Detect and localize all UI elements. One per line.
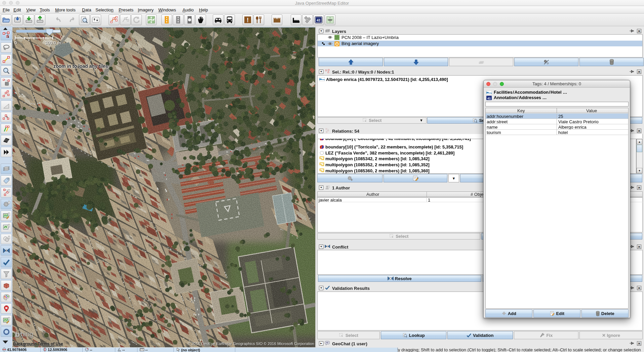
- svg-text:zoom in to load any tiles: zoom in to load any tiles: [53, 63, 108, 69]
- svg-text:0: 0: [14, 40, 17, 45]
- svg-text:Hi!: Hi!: [326, 342, 328, 344]
- svg-text:100.0 m: 100.0 m: [45, 40, 61, 45]
- svg-text:41: 41: [317, 18, 321, 23]
- svg-text:41: 41: [487, 97, 491, 100]
- svg-text:Background Terms of Use: Background Terms of Use: [13, 342, 63, 346]
- svg-text:!: !: [247, 17, 249, 24]
- svg-text:b: b: [15, 330, 19, 339]
- svg-text:bing: bing: [21, 331, 33, 338]
- svg-text:© 2016 GeoEye Earthstar Geogra: © 2016 GeoEye Earthstar Geographics SIO …: [188, 342, 314, 346]
